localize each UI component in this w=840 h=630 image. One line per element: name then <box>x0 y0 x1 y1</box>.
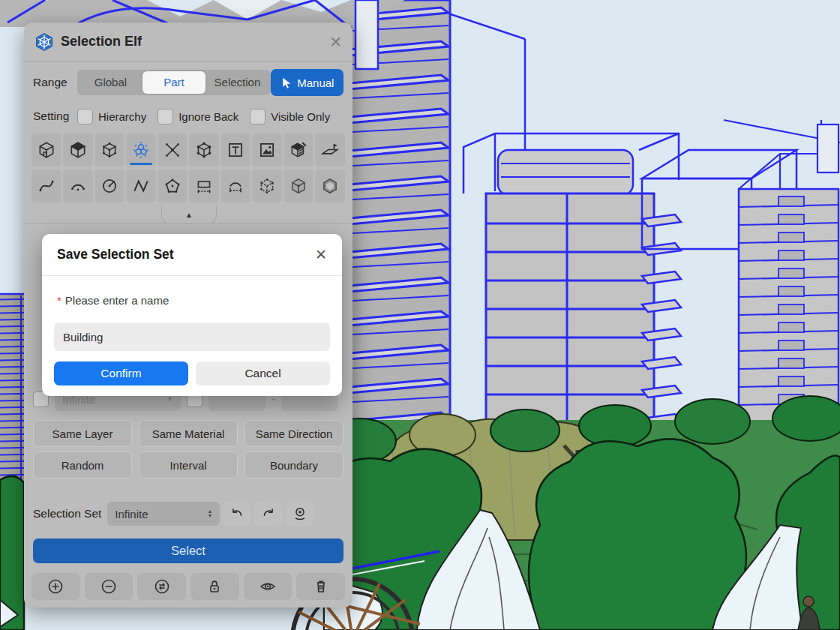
panel-title: Selection Elf <box>61 34 142 50</box>
add-selection-button[interactable] <box>32 573 80 600</box>
ignore-back-label: Ignore Back <box>178 110 238 123</box>
minus-circle-icon <box>100 578 118 596</box>
select-button[interactable]: Select <box>33 538 344 563</box>
panel-titlebar[interactable]: Selection Elf ✕ <box>24 22 352 62</box>
grid-arc-icon[interactable] <box>63 170 93 202</box>
grid-curve-icon[interactable] <box>32 170 62 202</box>
grid-similar-group-icon[interactable] <box>126 134 156 166</box>
locate-icon <box>292 506 308 522</box>
grid-rect-dimension-icon[interactable] <box>189 170 219 202</box>
dialog-title: Save Selection Set <box>57 247 174 262</box>
redo-button[interactable] <box>254 501 283 526</box>
select-button-label: Select <box>171 544 206 558</box>
grid-dashed-cube-icon[interactable] <box>252 170 282 202</box>
undo-icon <box>229 506 245 522</box>
range-label: Range <box>33 76 70 89</box>
grid-inner-cube-icon[interactable] <box>284 170 314 202</box>
app-logo-icon <box>34 32 54 52</box>
subtract-selection-button[interactable] <box>85 573 134 600</box>
collapse-arrow-icon: ▲ <box>185 211 193 219</box>
panel-close-icon[interactable]: ✕ <box>329 34 342 50</box>
visibility-button[interactable] <box>244 573 292 600</box>
scene-balcony-tower <box>341 0 450 486</box>
selection-set-dropdown[interactable]: Infinite ▲▼ <box>107 502 220 526</box>
range-option-global[interactable]: Global <box>79 71 142 94</box>
lock-button[interactable] <box>190 573 239 600</box>
grid-circle-icon[interactable] <box>94 170 124 202</box>
collapse-toolbar-button[interactable]: ▲ <box>161 206 217 224</box>
grid-polygon-points-icon[interactable] <box>158 170 188 202</box>
plus-circle-icon <box>46 578 64 596</box>
same-material-button[interactable]: Same Material <box>139 420 238 447</box>
undo-button[interactable] <box>223 501 251 526</box>
redo-icon <box>260 506 277 522</box>
trash-icon <box>312 578 330 596</box>
range-option-selection[interactable]: Selection <box>206 71 269 94</box>
grid-vertex-cube-icon[interactable] <box>189 134 219 166</box>
dialog-prompt: *Please enter a name <box>57 294 169 307</box>
visible-only-label: Visible Only <box>271 110 330 123</box>
cursor-icon <box>280 76 292 89</box>
grid-solid-edit-icon[interactable] <box>32 134 62 166</box>
same-layer-button[interactable]: Same Layer <box>33 420 132 447</box>
grid-image-icon[interactable] <box>252 134 282 166</box>
grid-text-icon[interactable] <box>220 134 250 166</box>
save-selection-set-dialog: Save Selection Set ✕ *Please enter a nam… <box>42 234 342 396</box>
grid-material-cube-icon[interactable] <box>284 134 314 166</box>
eye-icon <box>258 578 278 596</box>
cancel-button[interactable]: Cancel <box>196 362 330 386</box>
chevron-down-icon: ▼ <box>166 395 173 403</box>
confirm-button[interactable]: Confirm <box>54 362 188 386</box>
invert-selection-button[interactable] <box>137 573 186 600</box>
hierarchy-label: Hierarchy <box>98 110 146 123</box>
required-mark: * <box>57 294 62 307</box>
grid-curve-points-icon[interactable] <box>158 134 188 166</box>
grid-hexagon-icon[interactable] <box>315 170 345 202</box>
dialog-prompt-text: Please enter a name <box>65 294 169 307</box>
locate-button[interactable] <box>286 501 314 526</box>
selection-set-value: Infinite <box>115 508 148 520</box>
random-button[interactable]: Random <box>33 452 132 478</box>
interval-button[interactable]: Interval <box>139 452 238 478</box>
selected-tool-indicator <box>130 163 152 165</box>
manual-button-label: Manual <box>297 76 334 89</box>
ignore-back-checkbox[interactable] <box>158 109 173 124</box>
boundary-button[interactable]: Boundary <box>244 452 344 478</box>
delete-button[interactable] <box>296 573 345 600</box>
range-segmented-control: Global Part Selection <box>77 70 271 95</box>
dialog-close-icon[interactable]: ✕ <box>315 248 327 262</box>
dialog-header: Save Selection Set ✕ <box>42 234 342 276</box>
hierarchy-checkbox[interactable] <box>77 109 93 124</box>
range-option-part[interactable]: Part <box>142 71 206 94</box>
grid-arc-dimension-icon[interactable] <box>220 170 250 202</box>
selection-set-label: Selection Set <box>33 507 101 520</box>
grid-polyline-icon[interactable] <box>126 170 156 202</box>
visible-only-checkbox[interactable] <box>250 109 266 124</box>
setting-label: Setting <box>33 110 72 123</box>
selection-name-input[interactable] <box>54 322 330 351</box>
grid-group-icon[interactable] <box>63 134 93 166</box>
grid-component-points-icon[interactable] <box>94 134 124 166</box>
manual-button[interactable]: Manual <box>271 69 344 96</box>
stepper-icon[interactable]: ▲▼ <box>207 509 212 519</box>
grid-section-plane-icon[interactable] <box>315 134 345 166</box>
same-direction-button[interactable]: Same Direction <box>244 420 344 447</box>
swap-circle-icon <box>153 578 171 596</box>
lock-icon <box>206 578 224 596</box>
